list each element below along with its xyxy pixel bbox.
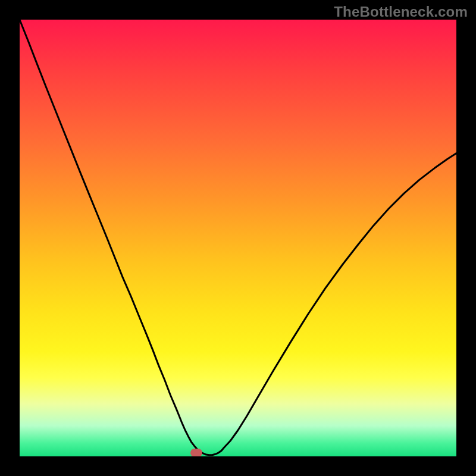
- bottleneck-curve: [20, 20, 456, 455]
- optimum-marker: [190, 449, 202, 456]
- plot-area: [20, 20, 456, 456]
- watermark-text: TheBottleneck.com: [334, 4, 468, 20]
- curve-svg: [20, 20, 456, 456]
- chart-frame: TheBottleneck.com: [0, 0, 476, 476]
